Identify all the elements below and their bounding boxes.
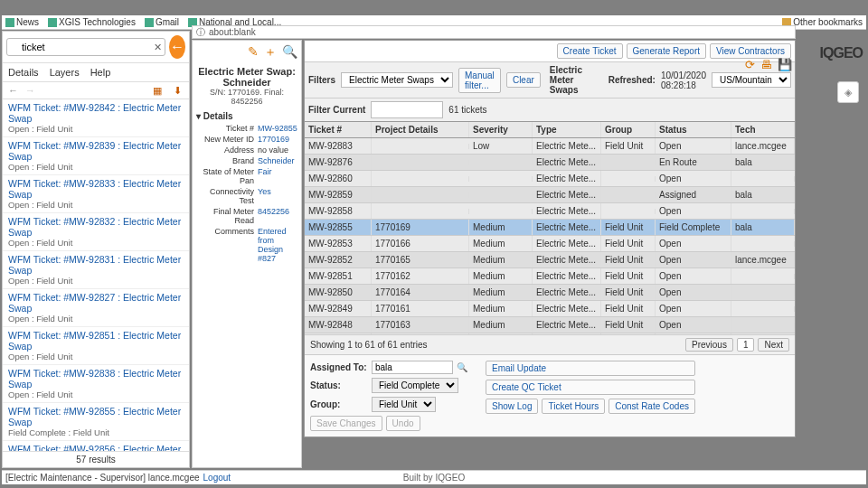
tab-help[interactable]: Help bbox=[90, 67, 111, 78]
col-ticket[interactable]: Ticket # bbox=[305, 122, 372, 137]
search-input[interactable] bbox=[6, 38, 165, 56]
col-type[interactable]: Type bbox=[533, 122, 601, 137]
grid-icon[interactable]: ▦ bbox=[151, 84, 164, 97]
email-update-button[interactable]: Email Update bbox=[486, 361, 695, 376]
logout-link[interactable]: Logout bbox=[203, 473, 231, 483]
table-row[interactable]: MW-928511770162MediumElectric Mete...Fie… bbox=[305, 268, 795, 285]
clear-search-icon[interactable]: ✕ bbox=[154, 42, 162, 53]
pager-prev[interactable]: Previous bbox=[685, 338, 733, 352]
result-item[interactable]: WFM Ticket: #MW-92842 : Electric Meter S… bbox=[3, 99, 189, 137]
detail-row: Ticket #MW-92855 bbox=[196, 123, 297, 134]
create-ticket-button[interactable]: Create Ticket bbox=[557, 43, 623, 59]
col-status[interactable]: Status bbox=[656, 122, 731, 137]
bookmark-item[interactable]: Gmail bbox=[145, 17, 179, 27]
result-item[interactable]: WFM Ticket: #MW-92855 : Electric Meter S… bbox=[3, 403, 189, 441]
status-select[interactable]: Field Complete bbox=[372, 378, 458, 393]
table-row[interactable]: MW-928491770161MediumElectric Mete...Fie… bbox=[305, 301, 795, 317]
result-item[interactable]: WFM Ticket: #MW-92831 : Electric Meter S… bbox=[3, 251, 189, 289]
table-row[interactable]: MW-928551770169MediumElectric Mete...Fie… bbox=[305, 220, 795, 236]
edit-icon[interactable]: ✎ bbox=[248, 44, 259, 61]
result-item[interactable]: WFM Ticket: #MW-92839 : Electric Meter S… bbox=[3, 137, 189, 175]
refreshed-label: Refreshed: bbox=[609, 75, 656, 85]
table-row[interactable]: MW-92859Electric Mete...Assignedbala bbox=[305, 187, 795, 203]
address-bar[interactable]: ⓘabout:blank bbox=[192, 25, 796, 39]
back-button[interactable]: ← bbox=[169, 35, 185, 59]
result-item[interactable]: WFM Ticket: #MW-92833 : Electric Meter S… bbox=[3, 175, 189, 213]
status-bar: [Electric Maintenance - Supervisor] lanc… bbox=[2, 470, 866, 484]
result-item[interactable]: WFM Ticket: #MW-92838 : Electric Meter S… bbox=[3, 365, 189, 403]
detail-row: Connectivity TestYes bbox=[196, 186, 297, 206]
pager-next[interactable]: Next bbox=[758, 338, 789, 352]
show-log-button[interactable]: Show Log bbox=[486, 399, 538, 414]
const-rate-button[interactable]: Const Rate Codes bbox=[609, 399, 695, 414]
group-select[interactable]: Field Unit bbox=[372, 397, 436, 412]
add-icon[interactable]: ＋ bbox=[264, 44, 277, 61]
print-icon[interactable]: 🖶 bbox=[760, 58, 772, 71]
tickets-panel: Create Ticket Generate Report View Contr… bbox=[304, 40, 796, 437]
detail-title: Electric Meter Swap: Schneider bbox=[196, 66, 297, 88]
left-tabs: Details Layers Help bbox=[3, 63, 189, 82]
create-qc-button[interactable]: Create QC Ticket bbox=[486, 380, 695, 395]
col-tech[interactable]: Tech bbox=[731, 122, 795, 137]
filter-select[interactable]: Electric Meter Swaps bbox=[341, 72, 453, 88]
detail-row: Final Meter Read8452256 bbox=[196, 206, 297, 226]
tz-select[interactable]: US/Mountain bbox=[712, 72, 791, 88]
undo-button[interactable]: Undo bbox=[386, 416, 420, 431]
bookmark-item[interactable]: News bbox=[5, 17, 39, 27]
left-panel: 🔍 ✕ ← Details Layers Help ← → ▦ ⬇ WFM Ti… bbox=[2, 31, 190, 468]
logo: IQGEO bbox=[799, 45, 863, 61]
pager-page[interactable]: 1 bbox=[737, 338, 755, 352]
result-item[interactable]: WFM Ticket: #MW-92832 : Electric Meter S… bbox=[3, 213, 189, 251]
clear-filter-button[interactable]: Clear bbox=[506, 72, 541, 88]
view-contractors-button[interactable]: View Contractors bbox=[710, 43, 791, 59]
result-item[interactable]: WFM Ticket: #MW-92827 : Electric Meter S… bbox=[3, 289, 189, 327]
assigned-search-icon[interactable]: 🔍 bbox=[457, 362, 467, 372]
col-severity[interactable]: Severity bbox=[469, 122, 533, 137]
table-row[interactable]: MW-92858Electric Mete...Open bbox=[305, 203, 795, 220]
download-icon[interactable]: ⬇ bbox=[171, 84, 184, 97]
info-icon: ⓘ bbox=[196, 26, 205, 39]
status-label: Status: bbox=[310, 380, 368, 390]
detail-row: CommentsEntered from Design #827 bbox=[196, 226, 297, 264]
ticket-hours-button[interactable]: Ticket Hours bbox=[542, 399, 605, 414]
assigned-input[interactable] bbox=[372, 361, 453, 374]
table-row[interactable]: MW-928531770166MediumElectric Mete...Fie… bbox=[305, 236, 795, 252]
table-row[interactable]: MW-928481770163MediumElectric Mete...Fie… bbox=[305, 317, 795, 333]
result-item[interactable]: WFM Ticket: #MW-92856 : Electric Meter S… bbox=[3, 441, 189, 451]
ticket-count: 61 tickets bbox=[448, 105, 486, 115]
nav-fwd-icon[interactable]: → bbox=[25, 85, 35, 96]
filter-title: Electric Meter Swaps bbox=[550, 65, 598, 95]
col-project[interactable]: Project Details bbox=[372, 122, 469, 137]
table-row[interactable]: MW-92876Electric Mete...En Routebala bbox=[305, 155, 795, 171]
detail-row: BrandSchneider bbox=[196, 155, 297, 166]
layers-tool-icon[interactable]: ◈ bbox=[837, 81, 859, 103]
bookmark-item[interactable]: XGIS Technologies bbox=[48, 17, 136, 27]
detail-row: Addressno value bbox=[196, 145, 297, 155]
status-user: lance.mcgee bbox=[148, 473, 200, 483]
showing-entries: Showing 1 to 61 of 61 entries bbox=[310, 340, 428, 350]
assigned-label: Assigned To: bbox=[310, 362, 368, 372]
table-row[interactable]: MW-928521770165MediumElectric Mete...Fie… bbox=[305, 252, 795, 268]
zoom-icon[interactable]: 🔍 bbox=[282, 44, 297, 61]
result-item[interactable]: WFM Ticket: #MW-92851 : Electric Meter S… bbox=[3, 327, 189, 365]
nav-back-icon[interactable]: ← bbox=[8, 85, 18, 96]
detail-section-header[interactable]: ▾ Details bbox=[196, 109, 297, 123]
filters-label: Filters bbox=[308, 75, 335, 85]
detail-subtitle: S/N: 1770169. Final: 8452256 bbox=[196, 88, 297, 106]
manual-filter-button[interactable]: Manual filter... bbox=[458, 68, 501, 93]
table-row[interactable]: MW-92883LowElectric Mete...Field UnitOpe… bbox=[305, 138, 795, 155]
save-icon[interactable]: 💾 bbox=[778, 58, 792, 71]
table-row[interactable]: MW-92860Electric Mete...Open bbox=[305, 171, 795, 187]
search-results: WFM Ticket: #MW-92842 : Electric Meter S… bbox=[3, 99, 189, 451]
refresh-icon[interactable]: ⟳ bbox=[745, 58, 755, 71]
tab-details[interactable]: Details bbox=[8, 67, 39, 78]
save-button[interactable]: Save Changes bbox=[310, 416, 382, 431]
filter-current-input[interactable] bbox=[371, 101, 443, 118]
tab-layers[interactable]: Layers bbox=[50, 67, 80, 78]
table-row[interactable]: MW-928501770164MediumElectric Mete...Fie… bbox=[305, 285, 795, 301]
group-label: Group: bbox=[310, 399, 368, 409]
generate-report-button[interactable]: Generate Report bbox=[627, 43, 707, 59]
filter-current-label: Filter Current bbox=[308, 105, 365, 115]
col-group[interactable]: Group bbox=[601, 122, 656, 137]
refreshed-time: 10/01/2020 08:28:18 bbox=[661, 70, 706, 90]
